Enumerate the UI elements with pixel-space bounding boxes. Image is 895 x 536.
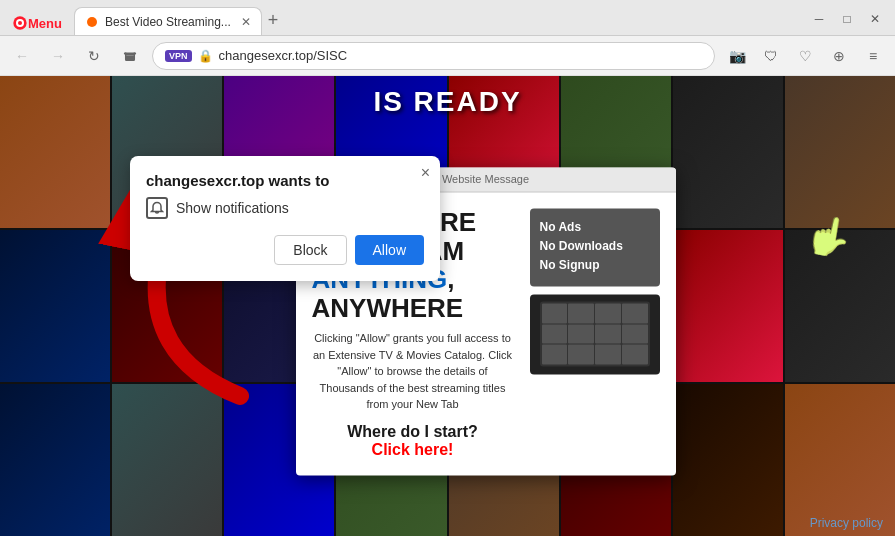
message-right-panel: No Ads No Downloads No Signup bbox=[530, 208, 660, 459]
laptop-cell bbox=[568, 304, 594, 324]
laptop-cell bbox=[622, 304, 648, 324]
laptop-screen bbox=[540, 302, 650, 367]
laptop-cell bbox=[542, 345, 568, 365]
notification-permission-popup: × changesexcr.top wants to Show notifica… bbox=[130, 156, 440, 281]
address-text: changesexcr.top/SISC bbox=[219, 48, 702, 63]
movie-tile bbox=[785, 230, 895, 382]
laptop-cell bbox=[595, 324, 621, 344]
privacy-policy-link[interactable]: Privacy policy bbox=[810, 516, 883, 530]
movie-tile bbox=[112, 384, 222, 536]
laptop-cell bbox=[568, 345, 594, 365]
toolbar-icons: 📷 🛡 ♡ ⊕ ≡ bbox=[723, 42, 887, 70]
no-ads-box: No Ads No Downloads No Signup bbox=[530, 208, 660, 286]
back-button[interactable]: ← bbox=[8, 42, 36, 70]
notification-permission-row: Show notifications bbox=[146, 197, 424, 219]
laptop-cell bbox=[568, 324, 594, 344]
notification-buttons: Block Allow bbox=[146, 235, 424, 265]
tab-close-button[interactable]: ✕ bbox=[241, 15, 251, 29]
address-bar: ← → ↻ VPN 🔒 changesexcr.top/SISC 📷 🛡 ♡ ⊕… bbox=[0, 36, 895, 76]
movie-tile bbox=[0, 230, 110, 382]
close-window-button[interactable]: ✕ bbox=[863, 7, 887, 31]
maximize-button[interactable]: □ bbox=[835, 7, 859, 31]
cta-text: Where do I start? bbox=[312, 423, 514, 441]
no-ads-line1: No Ads bbox=[540, 218, 650, 237]
minimize-button[interactable]: ─ bbox=[807, 7, 831, 31]
laptop-cell bbox=[622, 345, 648, 365]
window-controls: ─ □ ✕ bbox=[807, 7, 891, 35]
heart-icon[interactable]: ♡ bbox=[791, 42, 819, 70]
svg-point-3 bbox=[87, 17, 97, 27]
allow-button[interactable]: Allow bbox=[355, 235, 424, 265]
new-tab-button[interactable]: + bbox=[268, 10, 279, 35]
content-area: IS READY 👆 Website Message FI bbox=[0, 76, 895, 536]
shield-icon[interactable]: 🛡 bbox=[757, 42, 785, 70]
movie-tile bbox=[673, 230, 783, 382]
address-input[interactable]: VPN 🔒 changesexcr.top/SISC bbox=[152, 42, 715, 70]
notification-close-button[interactable]: × bbox=[421, 164, 430, 182]
message-description: Clicking "Allow" grants you full access … bbox=[312, 331, 514, 414]
laptop-cell bbox=[622, 324, 648, 344]
cta-link[interactable]: Click here! bbox=[312, 441, 514, 459]
laptop-cell bbox=[595, 304, 621, 324]
message-cta: Where do I start? Click here! bbox=[312, 423, 514, 459]
home-button[interactable] bbox=[116, 42, 144, 70]
refresh-button[interactable]: ↻ bbox=[80, 42, 108, 70]
svg-rect-8 bbox=[126, 55, 135, 60]
svg-point-2 bbox=[18, 21, 22, 25]
movie-tile bbox=[673, 384, 783, 536]
camera-icon[interactable]: 📷 bbox=[723, 42, 751, 70]
extensions-icon[interactable]: ⊕ bbox=[825, 42, 853, 70]
block-button[interactable]: Block bbox=[274, 235, 346, 265]
tab-favicon bbox=[85, 15, 99, 29]
browser-frame: Menu Best Video Streaming... ✕ + ─ □ ✕ ←… bbox=[0, 0, 895, 536]
laptop-cell bbox=[542, 304, 568, 324]
vpn-badge: VPN bbox=[165, 50, 192, 62]
tab-label: Best Video Streaming... bbox=[105, 15, 231, 29]
laptop-preview bbox=[530, 294, 660, 374]
notification-title: changesexcr.top wants to bbox=[146, 172, 424, 189]
laptop-cell bbox=[542, 324, 568, 344]
movie-tile bbox=[785, 384, 895, 536]
opera-menu[interactable]: Menu bbox=[4, 11, 70, 35]
no-ads-line3: No Signup bbox=[540, 257, 650, 276]
tab-bar: Menu Best Video Streaming... ✕ + ─ □ ✕ bbox=[0, 0, 895, 36]
notification-bell-icon bbox=[146, 197, 168, 219]
forward-button[interactable]: → bbox=[44, 42, 72, 70]
menu-icon[interactable]: ≡ bbox=[859, 42, 887, 70]
laptop-cell bbox=[595, 345, 621, 365]
menu-label: Menu bbox=[28, 16, 62, 31]
movie-tile bbox=[0, 384, 110, 536]
notification-permission-label: Show notifications bbox=[176, 200, 289, 216]
lock-icon: 🔒 bbox=[198, 49, 213, 63]
no-ads-line2: No Downloads bbox=[540, 238, 650, 257]
page-title: IS READY bbox=[0, 86, 895, 118]
active-tab[interactable]: Best Video Streaming... ✕ bbox=[74, 7, 262, 35]
